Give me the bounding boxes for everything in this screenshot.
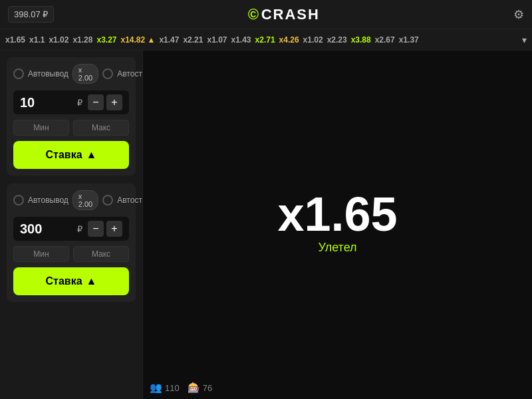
- increase-amount-1[interactable]: +: [106, 94, 122, 110]
- bet-button-1[interactable]: Ставка ▲: [13, 141, 129, 169]
- hist-item: x1.1: [29, 35, 45, 45]
- auto-withdraw-toggle-2[interactable]: [13, 195, 24, 205]
- bet-button-label-1: Ставка: [46, 149, 82, 161]
- multiplier-display: x1.65 Улетел: [277, 190, 397, 255]
- hist-item: x1.43: [231, 35, 251, 45]
- bet-card-2: Автовывод x 2.00 Автоставка 300 ₽ − + Ми…: [7, 184, 136, 302]
- history-bar: x1.65 x1.1 x1.02 x1.28 x3.27 x14.82 ▲ x1…: [0, 29, 532, 51]
- hist-item: x1.65: [5, 35, 25, 45]
- bets-icon: 🎰: [188, 382, 200, 394]
- hist-item: x2.71: [255, 35, 275, 45]
- hist-item: x1.07: [207, 35, 227, 45]
- balance-value: 398.07 ₽: [14, 9, 48, 19]
- hist-item: x1.37: [399, 35, 419, 45]
- bet-card-1: Автовывод x 2.00 Автоставка 10 ₽ − + Мин…: [7, 57, 136, 176]
- game-status: Улетел: [277, 241, 397, 255]
- auto-stake-toggle-2[interactable]: [102, 195, 113, 205]
- minmax-row-1: Мин Макс: [13, 120, 129, 136]
- auto-stake-label-2: Автоставка: [117, 196, 143, 205]
- hist-item: x2.21: [183, 35, 203, 45]
- bet-card-2-top: Автовывод x 2.00 Автоставка: [13, 190, 129, 210]
- amount-row-2: 300 ₽ − +: [13, 217, 129, 241]
- hist-item: x1.02: [303, 35, 323, 45]
- logo-text: CRASH: [261, 6, 320, 23]
- amount-currency-2: ₽: [77, 224, 82, 234]
- bet-button-2[interactable]: Ставка ▲: [13, 267, 129, 295]
- decrease-amount-2[interactable]: −: [88, 221, 104, 237]
- history-expand-icon[interactable]: ▾: [522, 35, 527, 45]
- hist-item-highlight: x14.82 ▲: [120, 35, 155, 45]
- header-left: 398.07 ₽: [8, 6, 54, 23]
- auto-withdraw-toggle-1[interactable]: [13, 68, 24, 79]
- hist-item: x2.23: [327, 35, 347, 45]
- decrease-amount-1[interactable]: −: [88, 94, 104, 110]
- amount-currency-1: ₽: [77, 98, 82, 108]
- min-button-2[interactable]: Мин: [13, 246, 69, 262]
- max-button-1[interactable]: Макс: [73, 120, 129, 136]
- header: 398.07 ₽ © CRASH ⚙: [0, 0, 532, 29]
- multiplier-badge-2[interactable]: x 2.00: [72, 190, 98, 210]
- minmax-row-2: Мин Макс: [13, 246, 129, 262]
- increase-amount-2[interactable]: +: [106, 221, 122, 237]
- auto-withdraw-label-2: Автовывод: [28, 196, 68, 205]
- players-count: 110: [165, 383, 180, 393]
- amount-row-1: 10 ₽ − +: [13, 90, 129, 114]
- hist-item: x3.88: [351, 35, 371, 45]
- hist-item: x2.67: [375, 35, 395, 45]
- bet-button-icon-1: ▲: [86, 149, 97, 161]
- auto-stake-label-1: Автоставка: [117, 69, 143, 78]
- status-bar: 👥 110 🎰 76: [150, 382, 212, 394]
- bets-status: 🎰 76: [188, 382, 212, 394]
- bet-button-icon-2: ▲: [86, 275, 97, 287]
- hist-item: x3.27: [96, 35, 116, 45]
- game-area: x1.65 Улетел 👥 110 🎰 76: [143, 51, 532, 399]
- logo-prefix: ©: [247, 6, 259, 23]
- auto-withdraw-label-1: Автовывод: [28, 69, 68, 78]
- settings-icon[interactable]: ⚙: [513, 7, 524, 22]
- hist-item: x4.26: [279, 35, 299, 45]
- balance-display: 398.07 ₽: [8, 6, 54, 23]
- bets-count: 76: [203, 383, 212, 393]
- players-icon: 👥: [150, 382, 162, 394]
- hist-item: x1.47: [159, 35, 179, 45]
- bet-button-label-2: Ставка: [46, 275, 82, 287]
- amount-value-1: 10: [20, 95, 77, 110]
- current-multiplier: x1.65: [277, 190, 397, 238]
- min-button-1[interactable]: Мин: [13, 120, 69, 136]
- hist-item: x1.28: [72, 35, 92, 45]
- max-button-2[interactable]: Макс: [73, 246, 129, 262]
- logo: © CRASH: [247, 6, 319, 23]
- multiplier-badge-1[interactable]: x 2.00: [72, 64, 98, 84]
- bet-card-1-top: Автовывод x 2.00 Автоставка: [13, 64, 129, 84]
- amount-value-2: 300: [20, 221, 77, 237]
- main-layout: Автовывод x 2.00 Автоставка 10 ₽ − + Мин…: [0, 51, 532, 399]
- left-panel: Автовывод x 2.00 Автоставка 10 ₽ − + Мин…: [0, 51, 143, 399]
- auto-stake-toggle-1[interactable]: [102, 68, 113, 79]
- players-status: 👥 110: [150, 382, 180, 394]
- hist-item: x1.02: [49, 35, 68, 45]
